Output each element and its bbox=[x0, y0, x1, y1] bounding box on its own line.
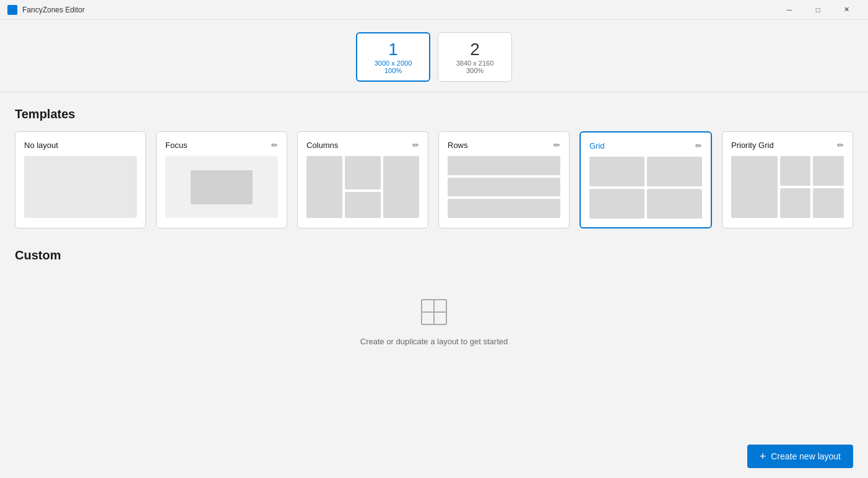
card-name-focus: Focus bbox=[165, 141, 187, 150]
preview-no-layout bbox=[24, 156, 137, 218]
custom-empty-state: Create or duplicate a layout to get star… bbox=[15, 272, 853, 358]
monitor-card-1[interactable]: 1 3000 x 2000 100% bbox=[356, 32, 430, 82]
monitor-scale-1: 100% bbox=[384, 67, 402, 74]
template-card-columns[interactable]: Columns ✏ bbox=[297, 131, 428, 228]
card-header-columns: Columns ✏ bbox=[306, 141, 419, 150]
bottom-bar: + Create new layout bbox=[0, 435, 868, 478]
card-name-priority-grid: Priority Grid bbox=[731, 141, 774, 150]
card-header-grid: Grid ✏ bbox=[589, 141, 702, 150]
row-zone-1 bbox=[448, 156, 560, 175]
template-card-grid[interactable]: Grid ✏ bbox=[579, 131, 712, 228]
edit-icon-priority-grid[interactable]: ✏ bbox=[837, 141, 844, 150]
card-name-columns: Columns bbox=[306, 141, 338, 150]
grid-cell-1 bbox=[589, 157, 644, 186]
priority-cell-3 bbox=[780, 188, 811, 218]
template-card-no-layout[interactable]: No layout bbox=[15, 131, 146, 228]
plus-icon: + bbox=[760, 451, 766, 462]
custom-empty-text: Create or duplicate a layout to get star… bbox=[360, 337, 508, 346]
templates-section-title: Templates bbox=[15, 107, 853, 121]
col-zone-1 bbox=[306, 156, 342, 218]
edit-icon-focus[interactable]: ✏ bbox=[271, 141, 278, 150]
preview-focus bbox=[165, 156, 278, 218]
monitor-number-1: 1 bbox=[388, 40, 398, 59]
priority-cell-4 bbox=[813, 188, 844, 218]
grid-cell-4 bbox=[647, 189, 702, 219]
template-card-focus[interactable]: Focus ✏ bbox=[156, 131, 287, 228]
maximize-button[interactable]: □ bbox=[804, 0, 832, 20]
grid-cell-3 bbox=[589, 189, 644, 219]
priority-cell-2 bbox=[813, 156, 844, 186]
preview-empty-zone bbox=[24, 156, 137, 218]
priority-main-zone bbox=[731, 156, 778, 218]
monitor-selector: 1 3000 x 2000 100% 2 3840 x 2160 300% bbox=[0, 20, 868, 92]
template-card-rows[interactable]: Rows ✏ bbox=[438, 131, 570, 228]
monitor-card-2[interactable]: 2 3840 x 2160 300% bbox=[438, 32, 512, 82]
col-top-2 bbox=[345, 156, 381, 189]
focus-main-zone bbox=[191, 170, 253, 204]
row-zone-2 bbox=[448, 178, 560, 197]
card-name-grid: Grid bbox=[589, 141, 605, 150]
custom-empty-icon bbox=[419, 297, 449, 329]
monitor-scale-2: 300% bbox=[466, 67, 484, 74]
card-name-rows: Rows bbox=[448, 141, 468, 150]
edit-icon-rows[interactable]: ✏ bbox=[553, 141, 560, 150]
edit-icon-grid[interactable]: ✏ bbox=[695, 141, 702, 150]
create-new-layout-button[interactable]: + Create new layout bbox=[747, 445, 853, 468]
preview-columns bbox=[306, 156, 419, 218]
edit-icon-columns[interactable]: ✏ bbox=[412, 141, 419, 150]
row-zone-3 bbox=[448, 199, 560, 218]
create-button-label: Create new layout bbox=[771, 451, 841, 461]
titlebar: FancyZones Editor ─ □ ✕ bbox=[0, 0, 868, 20]
app-title: FancyZones Editor bbox=[22, 6, 85, 14]
card-name-no-layout: No layout bbox=[24, 141, 58, 150]
grid-cell-2 bbox=[647, 157, 702, 186]
minimize-button[interactable]: ─ bbox=[775, 0, 804, 20]
main-content: Templates No layout Focus ✏ Columns bbox=[0, 92, 868, 478]
templates-row: No layout Focus ✏ Columns ✏ bbox=[15, 131, 853, 228]
col-bot-2 bbox=[345, 192, 381, 218]
monitor-resolution-1: 3000 x 2000 bbox=[375, 59, 412, 67]
col-group-2 bbox=[345, 156, 381, 218]
monitor-number-2: 2 bbox=[470, 40, 480, 59]
col-zone-3 bbox=[383, 156, 419, 218]
custom-section-title: Custom bbox=[15, 248, 853, 263]
preview-grid bbox=[589, 157, 702, 219]
card-header-no-layout: No layout bbox=[24, 141, 137, 150]
card-header-focus: Focus ✏ bbox=[165, 141, 278, 150]
app-icon bbox=[7, 5, 17, 15]
card-header-priority-grid: Priority Grid ✏ bbox=[731, 141, 844, 150]
preview-rows bbox=[448, 156, 560, 218]
window-controls: ─ □ ✕ bbox=[775, 0, 861, 20]
close-button[interactable]: ✕ bbox=[832, 0, 861, 20]
template-card-priority-grid[interactable]: Priority Grid ✏ bbox=[722, 131, 853, 228]
priority-cell-1 bbox=[780, 156, 811, 186]
card-header-rows: Rows ✏ bbox=[448, 141, 560, 150]
monitor-resolution-2: 3840 x 2160 bbox=[456, 59, 494, 67]
preview-priority-grid bbox=[731, 156, 844, 218]
